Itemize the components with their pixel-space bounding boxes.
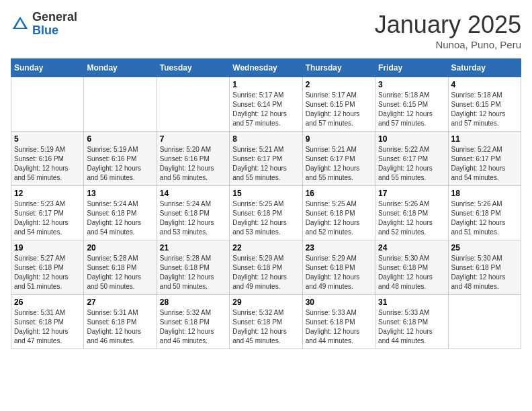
- day-info: Sunrise: 5:28 AM Sunset: 6:18 PM Dayligh…: [160, 254, 226, 291]
- day-number: 21: [160, 243, 226, 253]
- day-number: 15: [232, 189, 299, 198]
- day-info: Sunrise: 5:30 AM Sunset: 6:18 PM Dayligh…: [378, 254, 445, 291]
- calendar-cell: 6Sunrise: 5:19 AM Sunset: 6:16 PM Daylig…: [84, 132, 157, 186]
- calendar-cell: 12Sunrise: 5:23 AM Sunset: 6:17 PM Dayli…: [11, 186, 84, 240]
- day-info: Sunrise: 5:18 AM Sunset: 6:15 PM Dayligh…: [378, 91, 445, 128]
- day-info: Sunrise: 5:18 AM Sunset: 6:15 PM Dayligh…: [451, 91, 518, 128]
- calendar-cell: 28Sunrise: 5:32 AM Sunset: 6:18 PM Dayli…: [157, 295, 229, 349]
- logo-blue: Blue: [32, 24, 58, 37]
- calendar-cell: 20Sunrise: 5:28 AM Sunset: 6:18 PM Dayli…: [84, 240, 157, 295]
- calendar-cell: 27Sunrise: 5:31 AM Sunset: 6:18 PM Dayli…: [84, 295, 157, 349]
- weekday-header-friday: Friday: [375, 59, 448, 77]
- day-number: 6: [87, 134, 153, 144]
- day-info: Sunrise: 5:32 AM Sunset: 6:18 PM Dayligh…: [232, 308, 299, 346]
- day-info: Sunrise: 5:23 AM Sunset: 6:17 PM Dayligh…: [14, 199, 81, 237]
- calendar-cell: [448, 295, 521, 349]
- day-number: 10: [378, 134, 445, 144]
- day-number: 24: [378, 243, 445, 253]
- calendar-week-4: 19Sunrise: 5:27 AM Sunset: 6:18 PM Dayli…: [11, 240, 521, 295]
- day-info: Sunrise: 5:32 AM Sunset: 6:18 PM Dayligh…: [160, 308, 226, 346]
- day-info: Sunrise: 5:21 AM Sunset: 6:17 PM Dayligh…: [232, 145, 299, 183]
- calendar-cell: [11, 77, 84, 132]
- day-info: Sunrise: 5:17 AM Sunset: 6:15 PM Dayligh…: [306, 91, 372, 128]
- calendar-cell: 17Sunrise: 5:26 AM Sunset: 6:18 PM Dayli…: [375, 186, 448, 240]
- day-info: Sunrise: 5:22 AM Sunset: 6:17 PM Dayligh…: [451, 145, 518, 183]
- day-info: Sunrise: 5:26 AM Sunset: 6:18 PM Dayligh…: [451, 199, 518, 237]
- day-info: Sunrise: 5:25 AM Sunset: 6:18 PM Dayligh…: [306, 199, 372, 237]
- day-info: Sunrise: 5:27 AM Sunset: 6:18 PM Dayligh…: [14, 254, 81, 291]
- logo-text: General Blue: [32, 11, 77, 38]
- day-number: 9: [306, 134, 372, 144]
- day-number: 30: [306, 298, 372, 307]
- calendar-cell: 9Sunrise: 5:21 AM Sunset: 6:17 PM Daylig…: [302, 132, 375, 186]
- day-number: 4: [451, 80, 518, 89]
- day-number: 22: [232, 243, 299, 253]
- day-number: 18: [451, 189, 518, 198]
- calendar-cell: 8Sunrise: 5:21 AM Sunset: 6:17 PM Daylig…: [230, 132, 302, 186]
- calendar-cell: 16Sunrise: 5:25 AM Sunset: 6:18 PM Dayli…: [302, 186, 375, 240]
- day-info: Sunrise: 5:17 AM Sunset: 6:14 PM Dayligh…: [232, 91, 299, 128]
- calendar-cell: 22Sunrise: 5:29 AM Sunset: 6:18 PM Dayli…: [230, 240, 302, 295]
- day-info: Sunrise: 5:20 AM Sunset: 6:16 PM Dayligh…: [160, 145, 226, 183]
- calendar-week-3: 12Sunrise: 5:23 AM Sunset: 6:17 PM Dayli…: [11, 186, 521, 240]
- day-info: Sunrise: 5:33 AM Sunset: 6:18 PM Dayligh…: [306, 308, 372, 346]
- calendar-cell: 19Sunrise: 5:27 AM Sunset: 6:18 PM Dayli…: [11, 240, 84, 295]
- day-number: 8: [232, 134, 299, 144]
- calendar-cell: 14Sunrise: 5:24 AM Sunset: 6:18 PM Dayli…: [157, 186, 229, 240]
- day-info: Sunrise: 5:19 AM Sunset: 6:16 PM Dayligh…: [14, 145, 81, 183]
- weekday-header-sunday: Sunday: [11, 59, 84, 77]
- title-area: January 2025 Nunoa, Puno, Peru: [375, 11, 521, 50]
- calendar-cell: 3Sunrise: 5:18 AM Sunset: 6:15 PM Daylig…: [375, 77, 448, 132]
- day-info: Sunrise: 5:29 AM Sunset: 6:18 PM Dayligh…: [232, 254, 299, 291]
- calendar-cell: 30Sunrise: 5:33 AM Sunset: 6:18 PM Dayli…: [302, 295, 375, 349]
- calendar-cell: 4Sunrise: 5:18 AM Sunset: 6:15 PM Daylig…: [448, 77, 521, 132]
- day-number: 5: [14, 134, 81, 144]
- calendar-cell: 23Sunrise: 5:29 AM Sunset: 6:18 PM Dayli…: [302, 240, 375, 295]
- day-number: 31: [378, 298, 445, 307]
- page-header: General Blue January 2025 Nunoa, Puno, P…: [11, 11, 521, 50]
- calendar-cell: 31Sunrise: 5:33 AM Sunset: 6:18 PM Dayli…: [375, 295, 448, 349]
- day-number: 29: [232, 298, 299, 307]
- calendar-cell: 15Sunrise: 5:25 AM Sunset: 6:18 PM Dayli…: [230, 186, 302, 240]
- day-number: 19: [14, 243, 81, 253]
- day-info: Sunrise: 5:28 AM Sunset: 6:18 PM Dayligh…: [87, 254, 153, 291]
- calendar-week-1: 1Sunrise: 5:17 AM Sunset: 6:14 PM Daylig…: [11, 77, 521, 132]
- weekday-header-monday: Monday: [84, 59, 157, 77]
- day-info: Sunrise: 5:24 AM Sunset: 6:18 PM Dayligh…: [160, 199, 226, 237]
- day-number: 7: [160, 134, 226, 144]
- calendar-cell: 26Sunrise: 5:31 AM Sunset: 6:18 PM Dayli…: [11, 295, 84, 349]
- day-number: 20: [87, 243, 153, 253]
- logo-general: General: [32, 10, 77, 24]
- day-info: Sunrise: 5:24 AM Sunset: 6:18 PM Dayligh…: [87, 199, 153, 237]
- day-number: 12: [14, 189, 81, 198]
- weekday-header-wednesday: Wednesday: [230, 59, 302, 77]
- day-info: Sunrise: 5:26 AM Sunset: 6:18 PM Dayligh…: [378, 199, 445, 237]
- weekday-header-tuesday: Tuesday: [157, 59, 229, 77]
- day-info: Sunrise: 5:19 AM Sunset: 6:16 PM Dayligh…: [87, 145, 153, 183]
- day-info: Sunrise: 5:33 AM Sunset: 6:18 PM Dayligh…: [378, 308, 445, 346]
- calendar-cell: 1Sunrise: 5:17 AM Sunset: 6:14 PM Daylig…: [230, 77, 302, 132]
- calendar-table: SundayMondayTuesdayWednesdayThursdayFrid…: [11, 58, 521, 349]
- logo-icon: [11, 15, 30, 34]
- day-number: 28: [160, 298, 226, 307]
- weekday-header-saturday: Saturday: [448, 59, 521, 77]
- calendar-cell: 11Sunrise: 5:22 AM Sunset: 6:17 PM Dayli…: [448, 132, 521, 186]
- weekday-header-row: SundayMondayTuesdayWednesdayThursdayFrid…: [11, 59, 521, 77]
- calendar-subtitle: Nunoa, Puno, Peru: [375, 39, 521, 50]
- day-info: Sunrise: 5:31 AM Sunset: 6:18 PM Dayligh…: [14, 308, 81, 346]
- day-number: 2: [306, 80, 372, 89]
- calendar-cell: 25Sunrise: 5:30 AM Sunset: 6:18 PM Dayli…: [448, 240, 521, 295]
- day-number: 25: [451, 243, 518, 253]
- day-info: Sunrise: 5:31 AM Sunset: 6:18 PM Dayligh…: [87, 308, 153, 346]
- day-number: 26: [14, 298, 81, 307]
- calendar-cell: 13Sunrise: 5:24 AM Sunset: 6:18 PM Dayli…: [84, 186, 157, 240]
- calendar-cell: 7Sunrise: 5:20 AM Sunset: 6:16 PM Daylig…: [157, 132, 229, 186]
- day-number: 3: [378, 80, 445, 89]
- calendar-cell: 10Sunrise: 5:22 AM Sunset: 6:17 PM Dayli…: [375, 132, 448, 186]
- day-number: 11: [451, 134, 518, 144]
- day-info: Sunrise: 5:29 AM Sunset: 6:18 PM Dayligh…: [306, 254, 372, 291]
- day-info: Sunrise: 5:25 AM Sunset: 6:18 PM Dayligh…: [232, 199, 299, 237]
- calendar-cell: 2Sunrise: 5:17 AM Sunset: 6:15 PM Daylig…: [302, 77, 375, 132]
- calendar-cell: [157, 77, 229, 132]
- day-info: Sunrise: 5:30 AM Sunset: 6:18 PM Dayligh…: [451, 254, 518, 291]
